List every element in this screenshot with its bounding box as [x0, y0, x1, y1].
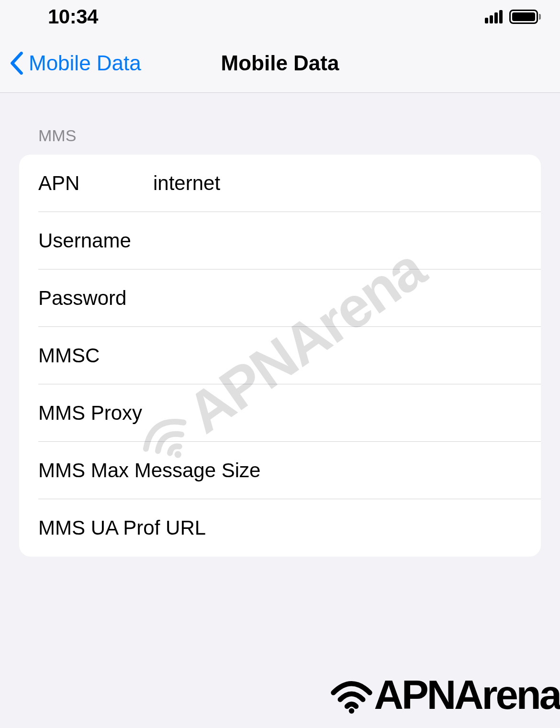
- back-button[interactable]: Mobile Data: [10, 51, 141, 75]
- footer-logo: APNArena: [329, 672, 560, 718]
- row-mms-max-message-size[interactable]: MMS Max Message Size: [19, 442, 541, 499]
- label-username: Username: [38, 229, 153, 252]
- row-apn[interactable]: APN: [19, 155, 541, 212]
- input-apn[interactable]: [153, 172, 522, 195]
- mms-settings-group: APN Username Password MMSC MMS Proxy MMS…: [19, 155, 541, 557]
- label-mmsc: MMSC: [38, 344, 153, 367]
- chevron-back-icon: [10, 52, 24, 75]
- label-mms-ua-prof-url: MMS UA Prof URL: [38, 516, 522, 539]
- row-username[interactable]: Username: [19, 212, 541, 269]
- page-title: Mobile Data: [221, 51, 339, 75]
- back-label: Mobile Data: [29, 51, 141, 75]
- input-password[interactable]: [153, 287, 522, 310]
- input-username[interactable]: [153, 229, 522, 252]
- label-mms-max-message-size: MMS Max Message Size: [38, 459, 522, 482]
- battery-icon: [509, 10, 541, 24]
- signal-icon: [485, 10, 503, 23]
- navigation-bar: Mobile Data Mobile Data: [0, 34, 560, 93]
- row-mms-ua-prof-url[interactable]: MMS UA Prof URL: [19, 499, 541, 557]
- footer-text: APNArena: [374, 672, 560, 718]
- svg-point-1: [348, 708, 354, 714]
- label-password: Password: [38, 287, 153, 310]
- section-header-mms: MMS: [19, 126, 541, 155]
- label-mms-proxy: MMS Proxy: [38, 402, 522, 425]
- status-bar: 10:34: [0, 0, 560, 34]
- row-mms-proxy[interactable]: MMS Proxy: [19, 384, 541, 442]
- wifi-icon: [329, 676, 374, 714]
- row-password[interactable]: Password: [19, 269, 541, 327]
- row-mmsc[interactable]: MMSC: [19, 327, 541, 384]
- input-mmsc[interactable]: [153, 344, 522, 367]
- content-area: MMS APN Username Password MMSC MMS Proxy…: [0, 93, 560, 557]
- status-time: 10:34: [48, 5, 98, 28]
- status-indicators: [485, 10, 541, 24]
- label-apn: APN: [38, 172, 153, 195]
